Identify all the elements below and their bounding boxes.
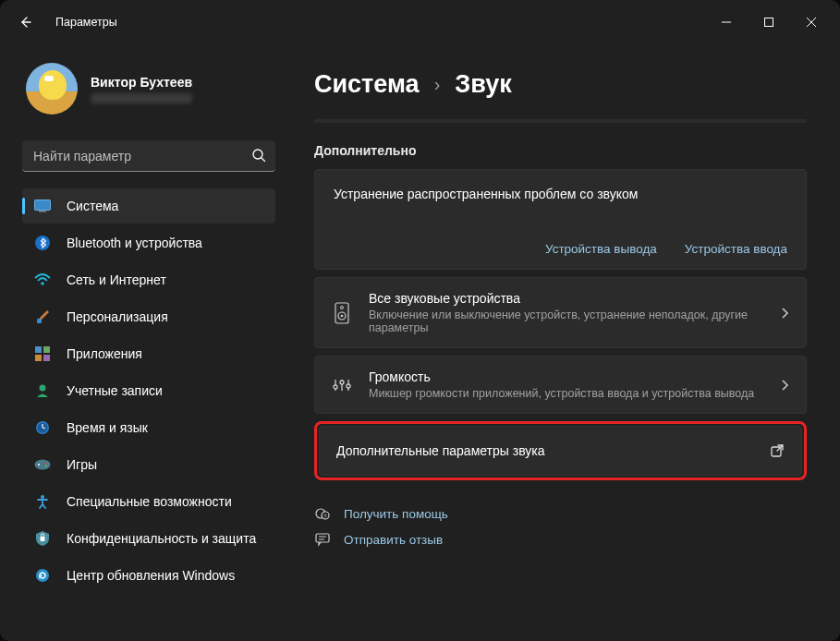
avatar [26,63,78,115]
svg-point-35 [340,381,344,384]
arrow-left-icon [18,15,33,30]
speaker-icon [332,302,352,324]
open-external-icon [770,443,785,458]
gamepad-icon [33,455,52,474]
highlight-frame: Дополнительные параметры звука [314,421,807,480]
row-desc: Включение или выключение устройств, устр… [369,308,780,334]
person-icon [33,381,52,400]
svg-rect-8 [39,211,46,212]
profile-email-redacted [91,93,192,103]
link-label: Отправить отзыв [344,533,443,547]
svg-rect-13 [43,346,50,353]
footer-links: ? Получить помощь Отправить отзыв [314,501,807,552]
maximize-button[interactable] [748,7,790,37]
window-controls [705,7,833,37]
breadcrumb-system[interactable]: Система [314,70,420,99]
volume-mixer-row[interactable]: Громкость Микшер громкости приложений, у… [314,356,807,414]
sidebar-item-network[interactable]: Сеть и Интернет [22,262,275,297]
clock-icon [33,418,52,437]
apps-icon [33,345,52,363]
sidebar-item-time[interactable]: Время и язык [22,410,275,445]
sidebar-item-bluetooth[interactable]: Bluetooth и устройства [22,225,275,260]
svg-point-29 [341,306,344,308]
row-desc: Микшер громкости приложений, устройства … [369,387,780,400]
chevron-right-icon: › [434,74,441,95]
profile-block[interactable]: Виктор Бухтеев [22,54,275,131]
search-box[interactable] [22,140,275,172]
sidebar-item-label: Центр обновления Windows [67,568,235,583]
sidebar-item-label: Bluetooth и устройства [67,236,202,250]
close-button[interactable] [790,7,833,37]
svg-point-25 [41,495,44,499]
svg-rect-7 [35,200,51,211]
search-icon [251,148,266,163]
sidebar-item-label: Приложения [67,346,142,361]
feedback-icon [314,532,331,547]
sidebar-item-system[interactable]: Система [22,188,275,224]
accessibility-icon [33,492,52,511]
svg-rect-12 [35,346,42,353]
sidebar-item-label: Специальные возможности [67,494,232,509]
sidebar-item-privacy[interactable]: Конфиденциальность и защита [22,521,275,556]
troubleshoot-output-link[interactable]: Устройства вывода [545,242,657,256]
sidebar-item-accessibility[interactable]: Специальные возможности [22,484,275,519]
section-label-additional: Дополнительно [314,143,807,158]
troubleshoot-input-link[interactable]: Устройства ввода [685,242,787,256]
titlebar: Параметры [0,0,840,44]
sidebar-item-label: Конфиденциальность и защита [67,531,256,546]
svg-rect-11 [37,319,42,323]
back-button[interactable] [11,7,41,37]
main-content: Система › Звук Дополнительно Устранение … [286,44,840,641]
svg-point-10 [41,282,44,285]
sidebar-item-label: Учетные записи [67,383,163,398]
more-sound-settings-row[interactable]: Дополнительные параметры звука [319,426,802,476]
settings-window: Параметры Виктор Бухтеев [0,0,840,641]
svg-point-23 [45,463,47,465]
feedback-link[interactable]: Отправить отзыв [314,526,807,552]
search-input[interactable] [22,140,275,172]
svg-point-24 [45,466,47,467]
all-sound-devices-row[interactable]: Все звуковые устройства Включение или вы… [314,277,807,348]
troubleshoot-card: Устранение распространенных проблем со з… [314,169,807,270]
svg-point-22 [38,464,40,466]
svg-rect-14 [35,355,42,361]
window-title: Параметры [55,16,117,29]
link-label: Получить помощь [344,507,448,521]
svg-rect-15 [43,355,50,361]
profile-name: Виктор Бухтеев [91,75,192,90]
svg-point-5 [253,150,262,159]
svg-point-27 [36,569,49,582]
svg-point-21 [35,460,51,470]
sidebar-item-label: Время и язык [67,420,148,435]
sidebar-item-label: Сеть и Интернет [67,272,166,287]
breadcrumb-sound: Звук [455,70,511,99]
sidebar-item-accounts[interactable]: Учетные записи [22,373,275,408]
system-icon [33,197,52,215]
troubleshoot-title: Устранение распространенных проблем со з… [334,187,787,201]
brush-icon [33,308,52,326]
shield-icon [33,529,52,548]
nav-list: Система Bluetooth и устройства Сеть и Ин… [22,188,275,593]
breadcrumb: Система › Звук [314,70,807,99]
wifi-icon [33,271,52,289]
svg-point-16 [40,385,46,392]
get-help-link[interactable]: ? Получить помощь [314,501,807,526]
divider-bar [314,119,807,123]
mixer-icon [332,378,352,393]
sidebar-item-label: Игры [67,457,97,472]
chevron-right-icon [780,307,789,320]
row-title: Все звуковые устройства [369,291,780,306]
sidebar-item-update[interactable]: Центр обновления Windows [22,558,275,593]
chevron-right-icon [780,379,789,392]
svg-point-37 [347,384,350,388]
minimize-button[interactable] [705,7,748,37]
sidebar-item-gaming[interactable]: Игры [22,447,275,482]
svg-point-33 [334,385,337,389]
sidebar-item-personalization[interactable]: Персонализация [22,299,275,334]
bluetooth-icon [33,234,52,252]
svg-point-31 [341,314,344,317]
row-title: Дополнительные параметры звука [336,443,770,458]
row-title: Громкость [369,369,780,384]
sidebar-item-apps[interactable]: Приложения [22,336,275,371]
svg-rect-26 [41,537,45,541]
